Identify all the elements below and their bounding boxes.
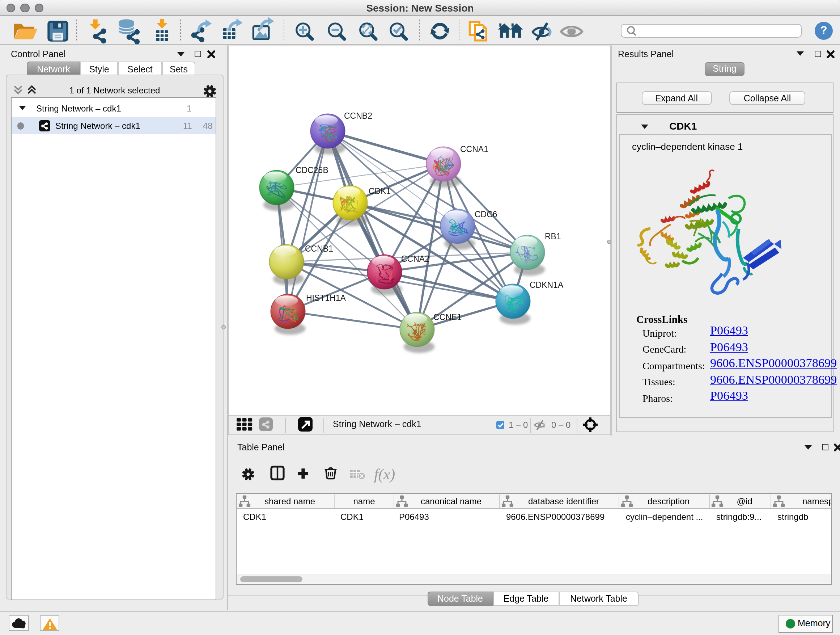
svg-text:CCNA2: CCNA2: [401, 254, 429, 263]
svg-text:CDKN1A: CDKN1A: [530, 280, 564, 289]
svg-text:@id: @id: [736, 496, 752, 506]
svg-text:database identifier: database identifier: [528, 496, 599, 506]
svg-text:CCNB1: CCNB1: [305, 244, 333, 253]
svg-text:RB1: RB1: [545, 231, 561, 241]
svg-text:f(x): f(x): [374, 466, 395, 483]
svg-text:CCNA1: CCNA1: [460, 144, 488, 154]
svg-text:namespace: namespace: [802, 496, 831, 506]
svg-text:HIST1H1A: HIST1H1A: [306, 293, 346, 302]
svg-text:CCNB2: CCNB2: [344, 111, 372, 120]
svg-text:CDC25B: CDC25B: [295, 165, 328, 174]
svg-text:canonical name: canonical name: [420, 496, 481, 506]
svg-text:description: description: [647, 496, 689, 506]
svg-text:shared name: shared name: [264, 496, 315, 506]
svg-text:name: name: [353, 496, 374, 506]
svg-text:CDC6: CDC6: [475, 209, 497, 219]
svg-text:CDK1: CDK1: [369, 186, 391, 195]
svg-text:CCNE1: CCNE1: [433, 312, 462, 321]
